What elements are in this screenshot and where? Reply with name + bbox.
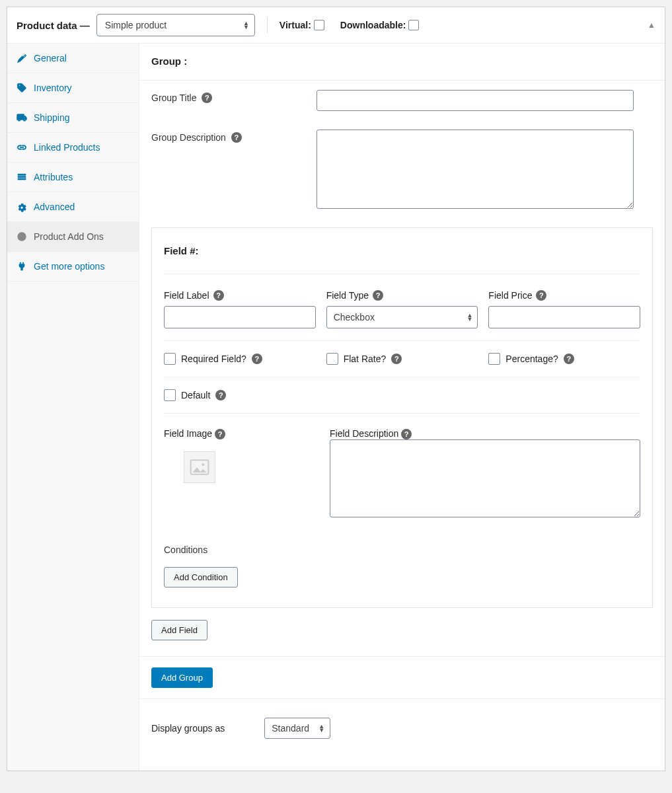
field-price-input[interactable] [488, 306, 640, 328]
content: Group : Group Title ? Group Description … [139, 44, 665, 771]
link-icon [17, 142, 27, 153]
field-image-upload[interactable] [184, 451, 215, 483]
default-checkbox[interactable] [164, 389, 176, 401]
required-label: Required Field? [181, 354, 246, 364]
svg-point-4 [202, 463, 204, 466]
downloadable-checkbox-wrap: Downloadable: [340, 20, 420, 30]
tag-icon [17, 83, 27, 93]
truck-icon [17, 112, 27, 123]
plug-icon [17, 261, 27, 272]
percentage-checkbox[interactable] [488, 353, 500, 365]
sidebar-item-attributes[interactable]: Attributes [7, 163, 139, 192]
field-type-select[interactable]: Checkbox [326, 306, 478, 328]
sidebar-item-inventory[interactable]: Inventory [7, 73, 139, 103]
display-groups-value: Standard [272, 723, 309, 734]
flatrate-label: Flat Rate? [344, 354, 387, 364]
field-heading: Field #: [164, 245, 640, 256]
sidebar-item-more[interactable]: Get more options [7, 252, 139, 282]
help-icon[interactable]: ? [401, 429, 412, 439]
field-label-label: Field Label [164, 290, 209, 301]
conditions-label: Conditions [164, 545, 640, 555]
field-flags-row: Required Field? ? Flat Rate? ? Percentag… [164, 341, 640, 377]
sidebar-item-label: General [34, 53, 67, 63]
group-heading: Group : [139, 44, 665, 80]
wrench-icon [17, 53, 27, 63]
help-icon[interactable]: ? [373, 290, 383, 301]
image-desc-row: Field Image ? Field Description ? [164, 414, 640, 526]
required-checkbox[interactable] [164, 353, 176, 365]
select-arrows-icon: ▲▼ [243, 21, 249, 29]
help-icon[interactable]: ? [213, 290, 224, 301]
group-title-input[interactable] [317, 90, 634, 111]
field-price-label: Field Price [488, 290, 532, 301]
product-type-select[interactable]: Simple product ▲▼ [96, 14, 255, 36]
add-field-button[interactable]: Add Field [151, 620, 207, 640]
sidebar-item-label: Inventory [34, 83, 72, 93]
help-icon[interactable]: ? [252, 354, 262, 364]
field-desc-textarea[interactable] [330, 439, 640, 517]
sidebar-item-label: Linked Products [34, 142, 100, 153]
default-row: Default ? [164, 377, 640, 414]
panel-title: Product data — [17, 20, 90, 31]
field-image-label: Field Image [164, 428, 212, 439]
select-arrows-icon: ▲▼ [318, 724, 324, 732]
help-icon[interactable]: ? [536, 290, 546, 301]
sidebar-item-label: Advanced [34, 202, 75, 212]
gear-icon [17, 202, 27, 212]
sidebar: General Inventory Shipping Linked Produc… [7, 44, 139, 771]
group-desc-label: Group Description [151, 132, 226, 143]
product-type-value: Simple product [105, 20, 167, 30]
panel-header: Product data — Simple product ▲▼ Virtual… [7, 7, 665, 44]
group-title-label: Group Title [151, 93, 196, 103]
flatrate-checkbox[interactable] [326, 353, 338, 365]
sidebar-item-general[interactable]: General [7, 44, 139, 73]
display-groups-label: Display groups as [151, 723, 225, 734]
sidebar-item-label: Get more options [34, 261, 104, 272]
add-group-button[interactable]: Add Group [151, 667, 213, 688]
add-condition-button[interactable]: Add Condition [164, 567, 238, 587]
virtual-label: Virtual: [280, 20, 311, 30]
field-label-input[interactable] [164, 306, 316, 328]
group-desc-row: Group Description ? [139, 120, 665, 218]
help-icon[interactable]: ? [215, 429, 225, 439]
sidebar-item-addons[interactable]: Product Add Ons [7, 222, 139, 252]
sidebar-item-advanced[interactable]: Advanced [7, 192, 139, 222]
display-groups-select[interactable]: Standard ▲▼ [264, 718, 330, 739]
field-main-row: Field Label ? Field Type ? Checkbox [164, 290, 640, 341]
help-icon[interactable]: ? [215, 390, 226, 400]
help-icon[interactable]: ? [391, 354, 402, 364]
help-icon[interactable]: ? [231, 132, 242, 143]
panel-body: General Inventory Shipping Linked Produc… [7, 44, 665, 771]
list-icon [17, 172, 27, 182]
plus-circle-icon [17, 231, 27, 242]
default-label: Default [181, 390, 210, 400]
product-data-panel: Product data — Simple product ▲▼ Virtual… [7, 7, 665, 771]
help-icon[interactable]: ? [202, 93, 212, 103]
field-desc-label: Field Description [330, 428, 398, 439]
virtual-checkbox-wrap: Virtual: [280, 20, 324, 30]
help-icon[interactable]: ? [564, 354, 574, 364]
downloadable-label: Downloadable: [340, 20, 406, 30]
collapse-toggle-icon[interactable]: ▲ [648, 20, 655, 30]
sidebar-item-linked[interactable]: Linked Products [7, 133, 139, 163]
sidebar-item-label: Attributes [34, 172, 73, 182]
field-box: Field #: Field Label ? Field Type ? [151, 227, 653, 608]
field-type-value: Checkbox [334, 312, 375, 322]
sidebar-item-label: Product Add Ons [34, 231, 104, 242]
field-type-label: Field Type [326, 290, 369, 301]
sidebar-item-shipping[interactable]: Shipping [7, 103, 139, 133]
header-separator [267, 17, 268, 33]
select-arrows-icon: ▲▼ [467, 313, 472, 321]
downloadable-checkbox[interactable] [408, 20, 419, 30]
group-desc-textarea[interactable] [317, 130, 634, 209]
percentage-label: Percentage? [505, 354, 558, 364]
sidebar-item-label: Shipping [34, 112, 70, 123]
display-groups-row: Display groups as Standard ▲▼ [139, 699, 665, 765]
group-title-row: Group Title ? [139, 81, 665, 120]
virtual-checkbox[interactable] [314, 20, 324, 30]
